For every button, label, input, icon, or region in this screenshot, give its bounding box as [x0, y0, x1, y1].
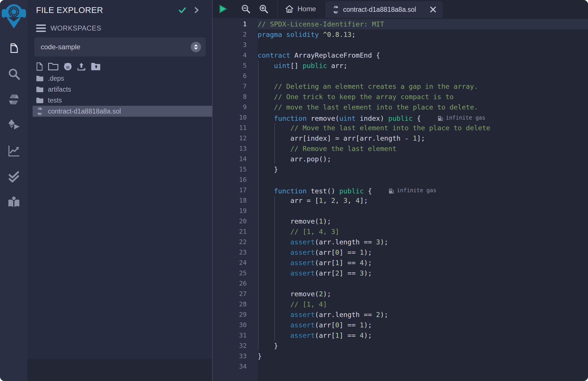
code-line-2[interactable]: 2pragma solidity ^0.8.13;: [213, 29, 588, 40]
code-line-content: // One trick to keep the array compact i…: [258, 92, 588, 102]
accept-check-icon[interactable]: [178, 6, 187, 14]
code-line-content: // [1, 4]: [258, 299, 588, 310]
search-icon[interactable]: [7, 67, 20, 80]
code-line-33[interactable]: 33}: [213, 351, 588, 361]
file-tree: .depsartifactstestscontract-d1a8818a8a.s…: [27, 73, 212, 117]
code-line-32[interactable]: 32 }: [213, 341, 588, 351]
github-icon[interactable]: [63, 62, 72, 71]
line-number: 24: [213, 258, 247, 268]
code-line-23[interactable]: 23 assert(arr[0] == 1);: [213, 247, 588, 258]
code-line-19[interactable]: 19: [213, 206, 588, 216]
code-line-content: [258, 278, 588, 289]
code-line-content: assert(arr[2] == 3);: [258, 268, 588, 278]
tree-item-label: .deps: [48, 75, 64, 82]
code-line-content: assert(arr.length == 2);: [258, 310, 588, 320]
code-line-34[interactable]: 34: [213, 361, 588, 372]
code-line-15[interactable]: 15 }: [213, 164, 588, 175]
solidity-compiler-icon[interactable]: [7, 93, 20, 106]
code-line-22[interactable]: 22 assert(arr.length == 3);: [213, 237, 588, 247]
new-file-icon[interactable]: [36, 62, 43, 71]
line-number: 10: [213, 112, 247, 123]
code-line-8[interactable]: 8 // One trick to keep the array compact…: [213, 92, 588, 102]
code-line-5[interactable]: 5 uint[] public arr;: [213, 61, 588, 71]
code-line-13[interactable]: 13 // Remove the last element: [213, 144, 588, 154]
learneth-icon[interactable]: [7, 195, 20, 209]
code-line-21[interactable]: 21 // [1, 4, 3]: [213, 227, 588, 237]
code-line-12[interactable]: 12 arr[index] = arr[arr.length - 1];: [213, 133, 588, 144]
upload-folder-icon[interactable]: [91, 62, 101, 71]
deploy-run-icon[interactable]: [7, 118, 20, 132]
line-number: 12: [213, 133, 247, 144]
code-line-6[interactable]: 6: [213, 71, 588, 81]
statistics-icon[interactable]: [7, 144, 20, 157]
code-line-27[interactable]: 27 remove(2);: [213, 289, 588, 299]
folder-icon: [36, 75, 44, 82]
code-line-content: function remove(uint index) public {infi…: [258, 112, 588, 123]
workspace-select[interactable]: code-sample: [34, 37, 206, 56]
file-explorer-icon[interactable]: [7, 42, 20, 55]
code-line-16[interactable]: 16: [213, 175, 588, 185]
tree-folder-tests[interactable]: tests: [27, 95, 212, 106]
zoom-out-icon[interactable]: [241, 4, 251, 14]
code-line-content: remove(1);: [258, 216, 588, 227]
chevron-right-icon[interactable]: [193, 7, 200, 14]
code-line-content: assert(arr[1] == 4);: [258, 258, 588, 268]
workspaces-label: WORKSPACES: [50, 24, 101, 32]
code-line-content: contract ArrayReplaceFromEnd {: [258, 50, 588, 61]
unit-testing-icon[interactable]: [7, 170, 20, 183]
tree-item-label: tests: [48, 97, 62, 104]
code-line-31[interactable]: 31 assert(arr[1] == 4);: [213, 330, 588, 341]
code-line-9[interactable]: 9 // move the last element into the plac…: [213, 102, 588, 112]
code-line-18[interactable]: 18 arr = [1, 2, 3, 4];: [213, 195, 588, 206]
tab-home[interactable]: Home: [278, 0, 326, 18]
run-script-icon[interactable]: [218, 4, 228, 14]
code-line-29[interactable]: 29 assert(arr.length == 2);: [213, 310, 588, 320]
code-line-7[interactable]: 7 // Deleting an element creates a gap i…: [213, 81, 588, 92]
code-line-25[interactable]: 25 assert(arr[2] == 3);: [213, 268, 588, 278]
line-number: 13: [213, 144, 247, 154]
line-number: 19: [213, 206, 247, 216]
line-number: 4: [213, 50, 247, 61]
close-tab-icon[interactable]: [430, 6, 437, 13]
workspace-name: code-sample: [41, 43, 191, 51]
workspace-switch-icon[interactable]: [191, 42, 201, 52]
code-line-3[interactable]: 3: [213, 40, 588, 50]
line-number: 5: [213, 61, 247, 71]
code-line-10[interactable]: 10 function remove(uint index) public {i…: [213, 112, 588, 123]
line-number: 18: [213, 195, 247, 206]
tree-folder--deps[interactable]: .deps: [27, 73, 212, 84]
code-line-11[interactable]: 11 // Move the last element into the pla…: [213, 123, 588, 133]
gas-estimate-badge: infinite gas: [438, 112, 485, 123]
code-line-content: }: [258, 341, 588, 351]
hamburger-icon: [36, 24, 46, 32]
gas-estimate-badge: infinite gas: [389, 185, 436, 195]
new-folder-icon[interactable]: [48, 62, 59, 71]
line-number: 16: [213, 175, 247, 185]
code-line-14[interactable]: 14 arr.pop();: [213, 154, 588, 164]
code-line-28[interactable]: 28 // [1, 4]: [213, 299, 588, 310]
zoom-in-icon[interactable]: [259, 4, 269, 14]
code-editor[interactable]: 1// SPDX-License-Identifier: MIT2pragma …: [213, 18, 588, 381]
upload-file-icon[interactable]: [77, 62, 86, 71]
code-line-17[interactable]: 17 function test() public {infinite gas: [213, 185, 588, 195]
line-number: 6: [213, 71, 247, 81]
code-line-content: // move the last element into the place …: [258, 102, 588, 112]
code-line-content: // SPDX-License-Identifier: MIT: [258, 19, 588, 29]
code-line-26[interactable]: 26: [213, 278, 588, 289]
code-line-20[interactable]: 20 remove(1);: [213, 216, 588, 227]
code-line-content: [258, 71, 588, 81]
panel-title: FILE EXPLORER: [36, 5, 178, 15]
workspaces-menu[interactable]: WORKSPACES: [36, 24, 101, 32]
code-line-content: // Remove the last element: [258, 144, 588, 154]
code-line-30[interactable]: 30 assert(arr[0] == 1);: [213, 320, 588, 330]
line-number: 22: [213, 237, 247, 247]
code-line-24[interactable]: 24 assert(arr[1] == 4);: [213, 258, 588, 268]
tree-folder-artifacts[interactable]: artifacts: [27, 84, 212, 95]
line-number: 14: [213, 154, 247, 164]
code-line-4[interactable]: 4contract ArrayReplaceFromEnd {: [213, 50, 588, 61]
code-line-content: }: [258, 351, 588, 361]
tree-file-contract-d1a8818a8a-sol[interactable]: contract-d1a8818a8a.sol: [33, 106, 212, 117]
folder-icon: [36, 86, 44, 93]
tab-contract-file[interactable]: contract-d1a8818a8a.sol: [326, 1, 443, 18]
code-line-1[interactable]: 1// SPDX-License-Identifier: MIT: [213, 19, 588, 29]
